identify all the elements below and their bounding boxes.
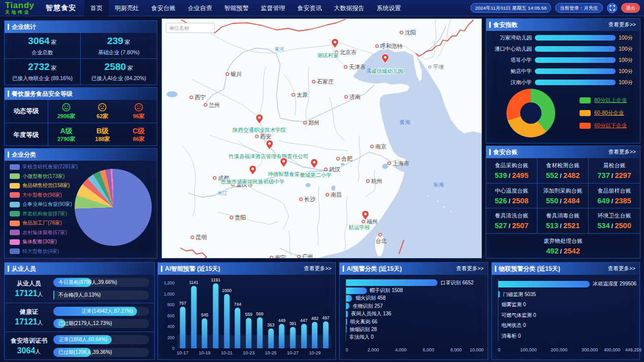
staff-bar: 今日晨检(8790人,39.66%)	[53, 278, 149, 287]
bar-label: 帽子识别 1508	[370, 287, 403, 294]
panel-title: 食安台账	[489, 148, 518, 157]
panel-food-index: 食安指数 查看更多>> 万家湾幼儿园100分潘口中心幼儿园100分塔耳小学100…	[486, 18, 640, 143]
legend-swatch	[10, 202, 20, 207]
index-bar	[535, 35, 616, 41]
hbar-row: 夜间人员闯入 136	[346, 310, 484, 318]
stat-cell: 2580家已接入AI企业 (84.20%)	[81, 59, 157, 85]
legend-item[interactable]: 学校含幼托食堂(2281家)	[10, 164, 79, 170]
index-bar	[535, 68, 616, 74]
stat-cell: 239家基础企业 (7.80%)	[81, 33, 157, 59]
panel-title: 餐饮服务食品安全等级	[8, 90, 73, 98]
legend-item[interactable]: 80分以上企业	[580, 97, 627, 104]
svg-text:平壤: 平壤	[433, 64, 444, 70]
fullscreen-button[interactable]	[607, 3, 617, 13]
bar	[346, 326, 347, 333]
bar	[498, 291, 500, 298]
legend-item[interactable]: 小微型餐饮(173家)	[10, 173, 79, 179]
stat-cell: 2732家已接入物联企业 (89.16%)	[5, 59, 81, 85]
main-nav: 首页明厨亮灶食安台账企业自查智能预警监督管理食安资讯大数据报告系统设置	[84, 0, 407, 16]
view-more-link[interactable]: 查看更多>>	[304, 265, 331, 272]
safety-item: 62家	[84, 100, 120, 123]
bar: 363	[268, 329, 274, 348]
legend-item[interactable]: 食品销售经营(158家)	[10, 183, 79, 189]
svg-text:上海市: 上海市	[393, 160, 410, 166]
bar-value: 744	[234, 302, 241, 307]
legend-item[interactable]: 养老机构食堂(87家)	[10, 211, 79, 217]
svg-text:贵阳: 贵阳	[235, 214, 246, 221]
map-pin-label: 陕西交通职业技术学院	[233, 127, 287, 133]
logout-button[interactable]: 退出	[621, 3, 640, 13]
safety-level-body: 动态等级2906家62家96家年度等级A级2790家B级188家C级86家	[5, 100, 157, 147]
panel-ai-class: AI预警分类 (近15天) 查看更多>> 口罩识别 6652帽子识别 1508烟…	[339, 262, 488, 360]
bar-value: 1191	[211, 277, 220, 282]
nav-item-3[interactable]: 食安台账	[145, 0, 182, 16]
ledger-cell: 餐具清洗台账527 / 2507	[486, 208, 537, 234]
legend-item[interactable]: 农村集体聚餐(67家)	[10, 230, 79, 236]
river-label: 黄河	[275, 46, 284, 52]
topbar: Tiandy 天地伟业 智慧食安 首页明厨亮灶食安台账企业自查智能预警监督管理食…	[0, 0, 644, 16]
smile-face-icon	[62, 103, 71, 112]
bar-label: 生物识别 257	[353, 303, 383, 310]
panel-enterprise-category: 企业分类 学校含幼托食堂(2281家)小微型餐饮(173家)食品销售经营(158…	[4, 148, 157, 259]
legend-swatch	[10, 221, 20, 226]
ledger-cell: 食品采购台账539 / 2495	[486, 158, 537, 184]
hbar-row: 可燃气体监测 0	[498, 310, 635, 321]
neutral-face-icon	[98, 103, 107, 112]
ledger-cell: 环境卫生台账534 / 2500	[589, 208, 640, 234]
nav-item-9[interactable]: 系统设置	[370, 0, 407, 16]
legend-swatch	[580, 97, 591, 103]
x-axis-label: 10-25	[265, 350, 277, 355]
view-more-link[interactable]: 查看更多>>	[608, 21, 636, 28]
x-axis-label: 10-21	[221, 350, 232, 355]
legend-item[interactable]: 大中型餐饮(98家)	[10, 192, 79, 198]
index-row: 汉南小学100分	[490, 78, 636, 87]
hbar-row: 烟雾监测 0	[498, 300, 635, 310]
hbar-row: 口罩识别 6652	[346, 279, 484, 286]
nav-item-5[interactable]: 智能预警	[218, 0, 255, 16]
map-pin-label: 樊城第二小学	[300, 172, 332, 178]
x-axis-label: 10-19	[199, 350, 211, 355]
svg-text:沈阳: 沈阳	[405, 29, 416, 35]
nav-item-4[interactable]: 企业自查	[182, 0, 218, 16]
view-more-link[interactable]: 查看更多>>	[608, 149, 636, 156]
safety-row: 年度等级A级2790家B级188家C级86家	[5, 123, 157, 147]
bar-value: 449	[278, 318, 285, 323]
legend-item[interactable]: 60分以下企业	[580, 122, 627, 129]
svg-text:郑州: 郑州	[309, 120, 320, 126]
bar: 449	[279, 324, 285, 348]
china-map: 渤海黄海东海黄河长江沈阳呼和浩特北京市天津市石家庄太原银川济南西宁兰州郑州西安南…	[162, 19, 482, 258]
view-more-link[interactable]: 查看更多>>	[608, 265, 635, 272]
nav-item-1[interactable]: 首页	[84, 0, 109, 16]
safety-item: B级188家	[84, 123, 120, 147]
svg-text:南宁: 南宁	[275, 255, 286, 258]
index-row: 潘口中心幼儿园100分	[490, 45, 636, 53]
panel-title: 从业人员	[8, 265, 36, 273]
view-more-link[interactable]: 查看更多>>	[456, 265, 484, 272]
x-axis-label: 6,000	[423, 347, 434, 352]
legend-item[interactable]: 特大型餐饮(4家)	[10, 248, 79, 255]
search-input[interactable]	[166, 23, 215, 33]
x-axis-label: 200,000	[551, 347, 567, 352]
legend-item[interactable]: 集体配餐(30家)	[10, 239, 79, 245]
legend-item[interactable]: 60-80分企业	[580, 110, 627, 117]
panel-enterprise-stats: 企业统计 3064家企业总数239家基础企业 (7.80%)2732家已接入物联…	[4, 20, 157, 85]
x-axis-label: 10-17	[177, 350, 188, 355]
nav-item-6[interactable]: 监督管理	[255, 0, 291, 16]
nav-item-2[interactable]: 明厨亮灶	[109, 0, 145, 16]
nav-item-8[interactable]: 大数据报告	[328, 0, 370, 16]
svg-text:昆明: 昆明	[196, 234, 207, 240]
legend-item[interactable]: 食品加工厂(76家)	[10, 220, 79, 226]
bar-label: 冰箱温湿度 299506	[593, 280, 636, 287]
bar: 545	[202, 318, 208, 348]
bar-label: 夜间人员闯入 136	[351, 310, 391, 317]
legend-item[interactable]: 企事业单位食堂(90家)	[10, 201, 79, 207]
datetime-display: 2024年11月01日 星期五 14:05:58	[470, 3, 551, 13]
bar	[346, 318, 347, 325]
staff-bar: 正常(1858人,60.64%)	[53, 335, 149, 344]
svg-text:西宁: 西宁	[195, 94, 206, 100]
svg-text:长沙: 长沙	[304, 196, 316, 202]
bar: 744	[235, 308, 241, 348]
bar-label: 抽烟识别 28	[350, 326, 377, 333]
nav-item-7[interactable]: 食安资讯	[291, 0, 328, 16]
bar	[346, 311, 348, 317]
